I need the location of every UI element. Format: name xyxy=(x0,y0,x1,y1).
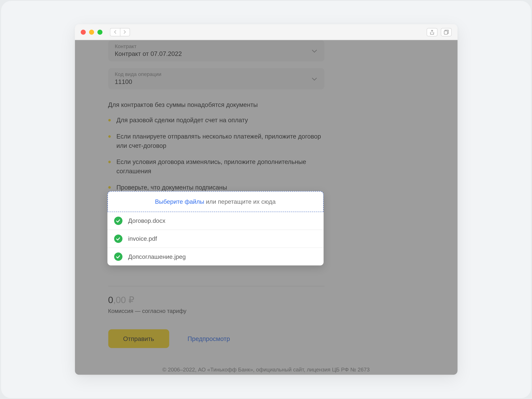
choose-files-link[interactable]: Выберите файлы xyxy=(155,198,204,205)
titlebar-right xyxy=(426,28,451,36)
window-zoom-button[interactable] xyxy=(97,30,102,35)
file-dropzone[interactable]: Выберите файлы или перетащите их сюда xyxy=(107,191,323,212)
dropzone-text: или перетащите их сюда xyxy=(204,198,276,205)
file-item[interactable]: Допсоглашение.jpeg xyxy=(107,248,323,266)
window-close-button[interactable] xyxy=(81,30,86,35)
share-icon xyxy=(429,30,434,35)
content-area: Контракт Контракт от 07.07.2022 Код вида… xyxy=(75,40,457,375)
nav-back-button[interactable] xyxy=(110,28,120,36)
file-name: Допсоглашение.jpeg xyxy=(128,253,186,260)
file-name: invoice.pdf xyxy=(128,235,157,242)
tabs-button[interactable] xyxy=(441,28,451,36)
browser-window: Контракт Контракт от 07.07.2022 Код вида… xyxy=(75,24,457,375)
uploaded-files-list: Договор.docx invoice.pdf Допсоглашение.j… xyxy=(107,212,323,266)
tabs-icon xyxy=(443,30,449,35)
chevron-left-icon xyxy=(114,30,116,34)
traffic-lights xyxy=(81,30,102,35)
window-minimize-button[interactable] xyxy=(89,30,94,35)
check-circle-icon xyxy=(114,253,122,261)
share-button[interactable] xyxy=(426,28,437,36)
window-titlebar xyxy=(75,24,457,40)
nav-buttons xyxy=(110,28,130,36)
check-circle-icon xyxy=(114,217,122,225)
file-name: Договор.docx xyxy=(128,217,165,224)
nav-forward-button[interactable] xyxy=(120,28,130,36)
check-circle-icon xyxy=(114,234,122,243)
chevron-right-icon xyxy=(123,30,126,34)
svg-rect-0 xyxy=(444,31,447,34)
file-item[interactable]: invoice.pdf xyxy=(107,230,323,248)
file-item[interactable]: Договор.docx xyxy=(107,212,323,230)
upload-panel: Выберите файлы или перетащите их сюда До… xyxy=(107,191,323,266)
